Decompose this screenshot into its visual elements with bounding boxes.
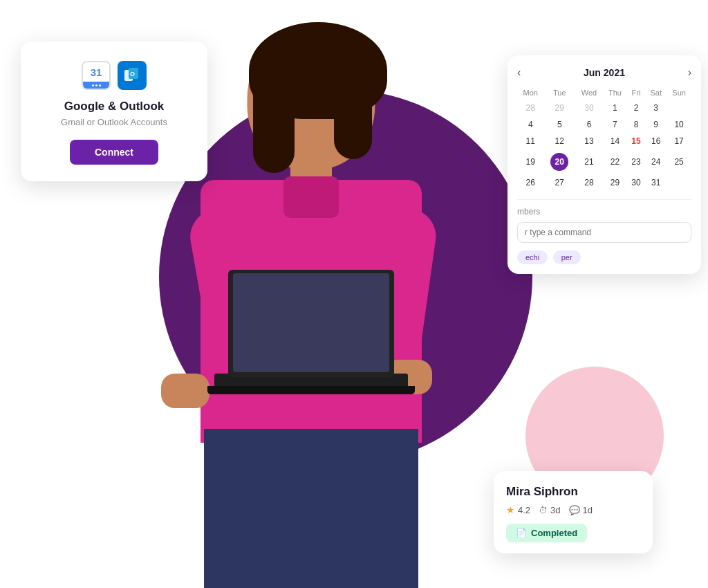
- time1-value: 3d: [550, 505, 560, 515]
- cal-day[interactable]: 22: [603, 149, 627, 174]
- members-search-input[interactable]: [517, 222, 691, 243]
- cal-day[interactable]: 30: [627, 174, 645, 191]
- outlook-icon: O: [118, 61, 147, 90]
- cal-day[interactable]: 23: [627, 149, 645, 174]
- cal-day[interactable]: 8: [627, 116, 645, 133]
- profile-stats: ★ 4.2 ⏱ 3d 💬 1d: [506, 504, 640, 515]
- calendar-header: ‹ Jun 2021 ›: [517, 66, 691, 79]
- calendar-card: ‹ Jun 2021 › Mon Tue Wed Thu Fri Sat Sun…: [507, 55, 701, 274]
- cal-day[interactable]: 12: [544, 133, 575, 149]
- cal-day: [667, 100, 691, 116]
- cal-day[interactable]: 4: [517, 116, 544, 133]
- calendar-grid: Mon Tue Wed Thu Fri Sat Sun 28 29 30 1 2…: [517, 86, 691, 191]
- clock-icon: ⏱: [539, 505, 548, 515]
- status-label: Completed: [531, 528, 577, 538]
- members-label: mbers: [517, 207, 691, 217]
- member-tag-echi[interactable]: echi: [517, 250, 548, 264]
- cal-week-2: 4 5 6 7 8 9 10: [517, 116, 691, 133]
- star-icon: ★: [506, 504, 515, 515]
- connect-button[interactable]: Connect: [70, 140, 158, 165]
- rating-stat: ★ 4.2: [506, 504, 530, 515]
- member-tags-row: echi per: [517, 248, 691, 264]
- cal-day[interactable]: 2: [627, 100, 645, 116]
- card-subtitle: Gmail or Outlook Accounts: [37, 117, 191, 127]
- cal-day: [667, 174, 691, 191]
- profile-card: Mira Siphron ★ 4.2 ⏱ 3d 💬 1d 📄 Completed: [494, 471, 653, 553]
- cal-day[interactable]: 5: [544, 116, 575, 133]
- chat-icon: 💬: [569, 505, 580, 515]
- cal-day[interactable]: 6: [575, 116, 603, 133]
- time2-stat: 💬 1d: [569, 505, 593, 515]
- cal-weekday-sat: Sat: [645, 86, 667, 100]
- card-title: Google & Outlook: [37, 100, 191, 113]
- cal-day-today[interactable]: 20: [544, 149, 575, 174]
- cal-week-1: 28 29 30 1 2 3: [517, 100, 691, 116]
- cal-day[interactable]: 28: [575, 174, 603, 191]
- cal-week-5: 26 27 28 29 30 31: [517, 174, 691, 191]
- calendar-prev-button[interactable]: ‹: [517, 66, 521, 79]
- cal-day[interactable]: 13: [575, 133, 603, 149]
- cal-day[interactable]: 9: [645, 116, 667, 133]
- cal-week-4: 19 20 21 22 23 24 25: [517, 149, 691, 174]
- time2-value: 1d: [583, 505, 593, 515]
- cal-weekday-tue: Tue: [544, 86, 575, 100]
- cal-day[interactable]: 21: [575, 149, 603, 174]
- calendar-members-section: mbers echi per: [517, 199, 691, 264]
- google-outlook-card: 31 O Google & Outlook Gmail or Outloo: [21, 42, 207, 181]
- cal-weekday-sun: Sun: [667, 86, 691, 100]
- google-calendar-icon: 31: [82, 61, 111, 90]
- scene: 31 O Google & Outlook Gmail or Outloo: [0, 0, 708, 588]
- cal-weekday-mon: Mon: [517, 86, 544, 100]
- cal-day[interactable]: 26: [517, 174, 544, 191]
- rating-value: 4.2: [518, 505, 530, 515]
- cal-day[interactable]: 28: [517, 100, 544, 116]
- cal-weekday-thu: Thu: [603, 86, 627, 100]
- calendar-month-year: Jun 2021: [584, 67, 625, 78]
- cal-weekday-fri: Fri: [627, 86, 645, 100]
- cal-day[interactable]: 19: [517, 149, 544, 174]
- calendar-next-button[interactable]: ›: [688, 66, 691, 79]
- cal-day[interactable]: 3: [645, 100, 667, 116]
- gcal-number: 31: [83, 62, 109, 82]
- cal-week-3: 11 12 13 14 15 16 17: [517, 133, 691, 149]
- cal-day[interactable]: 17: [667, 133, 691, 149]
- completed-badge: 📄 Completed: [506, 524, 587, 542]
- cal-day[interactable]: 11: [517, 133, 544, 149]
- svg-text:O: O: [130, 71, 135, 77]
- gcal-bottom-bar: [83, 82, 109, 89]
- cal-day[interactable]: 27: [544, 174, 575, 191]
- cal-day[interactable]: 14: [603, 133, 627, 149]
- cal-day[interactable]: 30: [575, 100, 603, 116]
- document-icon: 📄: [516, 528, 527, 538]
- cal-day red[interactable]: 15: [627, 133, 645, 149]
- profile-name: Mira Siphron: [506, 485, 640, 499]
- cal-day[interactable]: 16: [645, 133, 667, 149]
- time1-stat: ⏱ 3d: [539, 505, 560, 515]
- member-tag-per[interactable]: per: [553, 250, 581, 264]
- cal-weekday-wed: Wed: [575, 86, 603, 100]
- cal-day[interactable]: 7: [603, 116, 627, 133]
- card-icons-row: 31 O: [37, 61, 191, 90]
- cal-day[interactable]: 29: [544, 100, 575, 116]
- cal-day[interactable]: 24: [645, 149, 667, 174]
- cal-day[interactable]: 1: [603, 100, 627, 116]
- cal-day[interactable]: 31: [645, 174, 667, 191]
- cal-day[interactable]: 29: [603, 174, 627, 191]
- cal-day[interactable]: 10: [667, 116, 691, 133]
- cal-day[interactable]: 25: [667, 149, 691, 174]
